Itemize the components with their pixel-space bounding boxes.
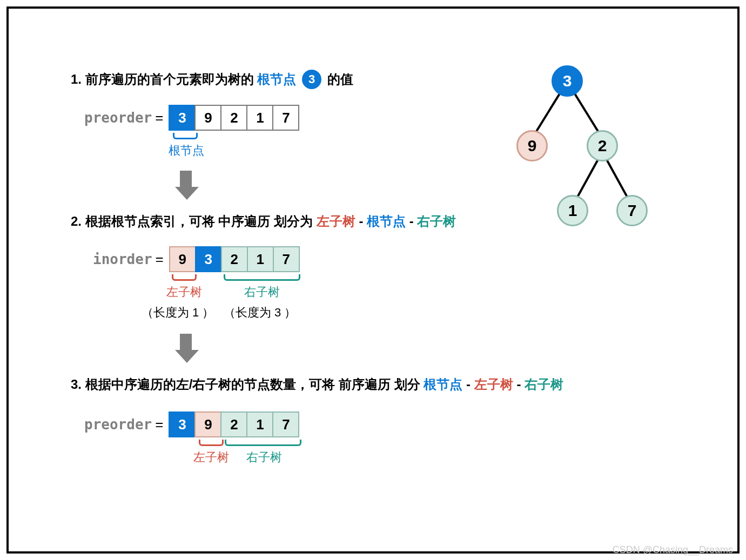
step-2-left: 左子树: [317, 214, 355, 228]
eq-2: =: [156, 251, 164, 268]
inorder-cell-4: 7: [273, 246, 300, 272]
step-2-bold: 中序遍历: [218, 214, 270, 228]
step-3-pre: 根据中序遍历的左/右子树的节点数量，可将: [85, 377, 339, 392]
step-3-dash2: -: [516, 377, 521, 392]
step-1-root-circle: 3: [302, 70, 321, 89]
binary-tree: 3 9 2 1 7: [476, 55, 676, 238]
tree-node-right-left: 1: [557, 195, 588, 226]
step-1-text: 1. 前序遍历的首个元素即为树的 根节点 3 的值: [71, 71, 353, 90]
preorder1-root-ann: 根节点: [169, 143, 204, 159]
preorder1-cell-4: 7: [272, 105, 299, 131]
step-2-right: 右子树: [417, 214, 456, 228]
step-3-mid: 划分: [394, 377, 424, 392]
step-1-rootlabel: 根节点: [257, 72, 296, 86]
inorder-cell-1: 3: [195, 246, 222, 272]
preorder1-root-bracket: [173, 133, 198, 139]
tree-node-right-right: 7: [616, 195, 648, 226]
preorder2-cell-3: 1: [246, 411, 273, 437]
step-2-dash2: -: [409, 214, 414, 228]
preorder-array-1: preorder = 3 9 2 1 7: [84, 105, 299, 131]
step-3-right: 右子树: [525, 377, 563, 392]
inorder-cell-2: 2: [221, 246, 248, 272]
eq-3: =: [155, 416, 163, 433]
inorder-left-ann: 左子树: [165, 284, 203, 300]
inorder-len1: （长度为 1 ）: [142, 305, 214, 321]
inorder-right-bracket: [224, 274, 300, 281]
preorder2-left-bracket: [199, 440, 224, 446]
preorder2-right-ann: 右子树: [245, 449, 283, 465]
inorder-array: inorder = 9 3 2 1 7: [93, 246, 300, 272]
preorder2-cell-0: 3: [169, 411, 196, 437]
inorder-cell-0: 9: [169, 246, 196, 272]
preorder1-cell-2: 2: [220, 105, 247, 131]
arrow-1: [175, 171, 197, 199]
inorder-len2: （长度为 3 ）: [224, 305, 296, 321]
watermark: CSDN @Chasing__Dreams: [613, 544, 733, 556]
step-2-text: 2. 根据根节点索引，可将 中序遍历 划分为 左子树 - 根节点 - 右子树: [71, 213, 456, 230]
eq-1: =: [155, 110, 163, 126]
step-3-root: 根节点: [424, 377, 462, 392]
inorder-left-bracket: [172, 274, 197, 281]
tree-node-right: 2: [587, 130, 618, 161]
tree-node-root: 3: [552, 65, 583, 97]
step-3-dash1: -: [466, 377, 471, 392]
preorder1-cell-3: 1: [246, 105, 273, 131]
step-3-num: 3.: [71, 377, 82, 392]
preorder2-cell-4: 7: [272, 411, 299, 437]
preorder1-label: preorder: [84, 110, 152, 126]
preorder2-label: preorder: [84, 416, 152, 433]
preorder-array-2: preorder = 3 9 2 1 7: [84, 411, 299, 437]
step-3-text: 3. 根据中序遍历的左/右子树的节点数量，可将 前序遍历 划分 根节点 - 左子…: [71, 376, 563, 393]
preorder2-left-ann: 左子树: [192, 449, 230, 465]
preorder2-right-bracket: [225, 440, 301, 446]
step-3-bold: 前序遍历: [339, 377, 391, 392]
step-2-num: 2.: [71, 214, 82, 228]
step-2-pre: 根据根节点索引，可将: [85, 214, 219, 228]
preorder1-cell-0: 3: [169, 105, 196, 131]
inorder-label: inorder: [93, 251, 152, 267]
preorder2-cell-2: 2: [220, 411, 247, 437]
preorder1-cell-1: 9: [194, 105, 221, 131]
step-2-root: 根节点: [367, 214, 406, 228]
step-2-dash1: -: [359, 214, 363, 228]
preorder2-cell-1: 9: [194, 411, 221, 437]
step-3-left: 左子树: [474, 377, 513, 392]
inorder-right-ann: 右子树: [243, 284, 281, 300]
step-1-pre: 前序遍历的首个元素即为树的: [85, 72, 258, 86]
step-1-num: 1.: [71, 72, 82, 86]
step-1-post: 的值: [327, 72, 353, 86]
step-2-mid: 划分为: [274, 214, 317, 228]
arrow-2: [175, 334, 197, 362]
diagram-frame: 1. 前序遍历的首个元素即为树的 根节点 3 的值 preorder = 3 9…: [6, 6, 740, 554]
tree-node-left: 9: [516, 130, 548, 161]
inorder-cell-3: 1: [247, 246, 274, 272]
